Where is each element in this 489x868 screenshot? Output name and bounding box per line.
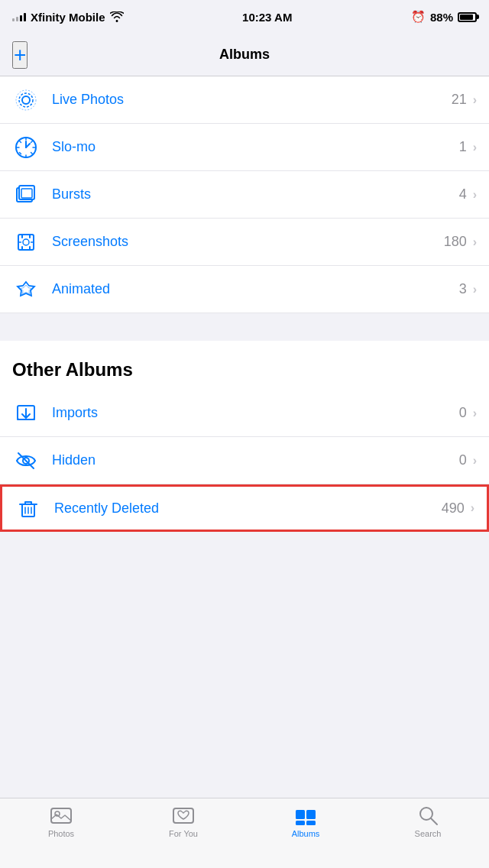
album-name: Screenshots (52, 234, 444, 250)
photos-tab-icon (50, 805, 72, 826)
list-item[interactable]: Animated 3 › (0, 266, 489, 313)
chevron-right-icon: › (473, 93, 477, 107)
album-name: Slo-mo (52, 139, 459, 155)
chevron-right-icon: › (471, 501, 474, 515)
bursts-icon (12, 181, 40, 209)
svg-rect-33 (296, 810, 305, 819)
tab-albums[interactable]: Albums (267, 805, 344, 838)
tab-for-you[interactable]: For You (145, 805, 222, 838)
list-item[interactable]: Bursts 4 › (0, 171, 489, 219)
animated-icon (12, 276, 40, 303)
albums-tab-label: Albums (292, 829, 320, 838)
svg-point-0 (22, 96, 30, 104)
album-name: Hidden (52, 452, 459, 468)
status-right: ⏰ 88% (411, 10, 477, 24)
tab-bar: Photos For You Albums (0, 798, 489, 868)
chevron-right-icon: › (473, 188, 477, 202)
list-item[interactable]: Slo-mo 1 › (0, 124, 489, 171)
album-count: 21 (452, 92, 467, 108)
album-count: 3 (459, 281, 467, 297)
live-photos-icon (12, 86, 40, 114)
signal-icon (12, 12, 26, 21)
photos-tab-label: Photos (48, 829, 74, 838)
imports-icon (12, 400, 40, 427)
svg-rect-34 (306, 810, 316, 819)
wifi-icon (110, 11, 124, 22)
album-count: 4 (459, 186, 467, 202)
other-albums-section-header: Other Albums (0, 341, 489, 390)
hidden-icon (12, 447, 40, 474)
album-count: 0 (459, 405, 467, 421)
svg-rect-30 (51, 808, 71, 823)
album-count: 1 (459, 139, 467, 155)
status-time: 10:23 AM (242, 11, 292, 24)
battery-icon (458, 12, 477, 22)
album-count: 180 (444, 234, 467, 250)
tab-search[interactable]: Search (390, 805, 466, 838)
status-left: Xfinity Mobile (12, 11, 124, 24)
screenshots-icon (12, 228, 40, 256)
trash-icon (15, 494, 42, 522)
album-name: Live Photos (52, 92, 452, 108)
tab-photos[interactable]: Photos (23, 805, 99, 838)
svg-line-13 (20, 152, 21, 154)
list-item[interactable]: Hidden 0 › (0, 437, 489, 484)
list-item[interactable]: Live Photos 21 › (0, 76, 489, 124)
search-tab-label: Search (415, 829, 442, 838)
for-you-tab-label: For You (169, 829, 198, 838)
status-bar: Xfinity Mobile 10:23 AM ⏰ 88% (0, 0, 489, 34)
chevron-right-icon: › (473, 283, 477, 296)
svg-line-8 (20, 141, 21, 142)
section-divider (0, 313, 489, 341)
chevron-right-icon: › (473, 406, 477, 420)
albums-tab-icon (295, 805, 316, 826)
recently-deleted-item[interactable]: Recently Deleted 490 › (0, 484, 489, 532)
album-name: Imports (52, 405, 459, 421)
list-item[interactable]: Screenshots 180 › (0, 219, 489, 266)
page-title: Albums (219, 47, 270, 63)
svg-line-12 (31, 141, 33, 142)
svg-line-9 (31, 152, 33, 154)
add-album-button[interactable]: + (12, 41, 28, 69)
svg-rect-16 (21, 189, 32, 198)
nav-bar: + Albums (0, 34, 489, 76)
album-name: Recently Deleted (54, 500, 442, 517)
svg-point-18 (23, 239, 29, 245)
section-title: Other Albums (12, 359, 133, 380)
for-you-tab-icon (173, 805, 194, 826)
album-name: Bursts (52, 186, 459, 202)
svg-rect-35 (296, 821, 305, 825)
battery-percent: 88% (430, 11, 453, 24)
album-count: 0 (459, 452, 467, 468)
chevron-right-icon: › (473, 235, 477, 249)
search-tab-icon (417, 805, 439, 826)
alarm-icon: ⏰ (411, 10, 426, 24)
carrier-label: Xfinity Mobile (31, 11, 105, 24)
album-count: 490 (442, 500, 465, 517)
album-list: Live Photos 21 › Slo-mo 1 › (0, 76, 489, 532)
svg-rect-36 (306, 821, 316, 825)
svg-marker-21 (18, 282, 34, 296)
svg-line-38 (431, 818, 437, 824)
svg-point-1 (19, 93, 33, 107)
chevron-right-icon: › (473, 141, 477, 154)
slomo-icon (12, 134, 40, 161)
chevron-right-icon: › (473, 454, 477, 468)
list-item[interactable]: Imports 0 › (0, 390, 489, 437)
album-name: Animated (52, 281, 459, 297)
svg-rect-32 (173, 808, 193, 823)
